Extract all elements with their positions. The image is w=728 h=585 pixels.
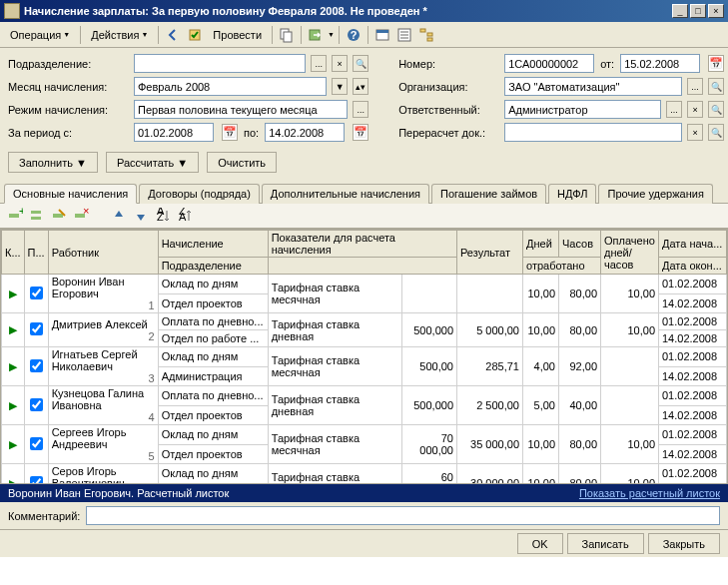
list-icon[interactable] [394,25,414,45]
col-p[interactable]: П... [24,231,48,275]
resp-input[interactable]: Администратор [504,100,661,119]
comment-input[interactable] [86,506,720,525]
org-ellipsis[interactable]: ... [687,78,703,95]
resp-clear[interactable]: × [687,101,703,118]
dialog-icon[interactable] [372,25,392,45]
tab-ndfl[interactable]: НДФЛ [548,184,596,204]
save-button[interactable]: Записать [567,533,644,554]
insert-row-icon[interactable] [28,207,46,225]
back-icon[interactable] [163,25,183,45]
cell-dept: Администрация [158,366,268,386]
maximize-button[interactable]: □ [690,4,706,18]
table-row[interactable]: ▶Кузнецова Галина Ивановна4Оплата по дне… [2,386,727,406]
table-row[interactable]: ▶Серов Игорь Валентинович6Оклад по днямТ… [2,464,727,484]
calendar-icon[interactable]: 📅 [222,124,238,141]
comment-label: Комментарий: [8,510,80,522]
recalc-clear[interactable]: × [687,124,703,141]
col-paid[interactable]: Оплачено дней/часов [601,231,659,275]
calendar-icon[interactable]: 📅 [353,124,368,141]
row-checkbox[interactable] [24,347,48,386]
recalc-search-icon[interactable]: 🔍 [708,124,724,141]
podrazd-clear[interactable]: × [332,55,348,72]
resp-search-icon[interactable]: 🔍 [708,101,724,118]
podrazd-search-icon[interactable]: 🔍 [353,55,368,72]
org-input[interactable]: ЗАО "Автоматизация" [504,77,682,96]
cell-date-end: 14.02.2008 [659,293,727,313]
month-input[interactable]: Февраль 2008 [134,77,327,96]
move-up-icon[interactable] [110,207,128,225]
calendar-icon[interactable]: 📅 [708,55,724,72]
table-row[interactable]: ▶Воронин Иван Егорович1Оклад по днямТари… [2,275,727,294]
row-checkbox[interactable] [24,313,48,347]
month-down[interactable]: ▼ [332,78,348,95]
col-date-end[interactable]: Дата окон... [659,258,727,275]
grid[interactable]: К... П... Работник Начисление Показатели… [0,229,728,484]
date-input[interactable]: 15.02.2008 [620,54,700,73]
number-input[interactable]: 1СА00000002 [504,54,594,73]
cell-accrual: Оклад по дням [158,347,268,367]
calc-button[interactable]: Рассчитать▼ [106,152,199,173]
table-row[interactable]: ▶Игнатьев Сергей Николаевич3Оклад по дня… [2,347,727,367]
month-spin[interactable]: ▴▾ [353,78,368,95]
table-row[interactable]: ▶Дмитриев Алексей2Оплата по дневно...Тар… [2,313,727,330]
go-icon[interactable] [306,25,326,45]
provesti-icon[interactable] [185,25,205,45]
footer-link[interactable]: Показать расчетный листок [579,487,720,499]
tab-other[interactable]: Прочие удержания [598,184,712,204]
sort-asc-icon[interactable]: AZ [154,207,172,225]
recalc-input[interactable] [504,123,682,142]
number-label: Номер: [398,58,498,70]
row-checkbox[interactable] [24,386,48,425]
tab-loans[interactable]: Погашение займов [431,184,546,204]
col-worker[interactable]: Работник [48,231,158,275]
col-days[interactable]: Дней [523,231,559,258]
col-hours[interactable]: Часов [559,231,601,258]
cell-paid: 10,00 [601,464,659,485]
operation-menu[interactable]: Операция▼ [4,27,76,43]
tab-additional[interactable]: Дополнительные начисления [262,184,429,204]
clear-button[interactable]: Очистить [207,152,277,173]
col-worked[interactable]: отработано [523,258,601,275]
row-checkbox[interactable] [24,425,48,464]
actions-menu[interactable]: Действия▼ [85,27,154,43]
row-checkbox[interactable] [24,464,48,485]
cell-indicator: Тарифная ставка дневная [268,386,402,425]
fill-button[interactable]: Заполнить▼ [8,152,98,173]
cell-paid: 10,00 [601,425,659,464]
regime-ellipsis[interactable]: ... [353,101,368,118]
period-to-input[interactable]: 14.02.2008 [265,123,345,142]
sort-desc-icon[interactable]: ZA [176,207,194,225]
copy-icon[interactable] [277,25,297,45]
period-from-input[interactable]: 01.02.2008 [134,123,214,142]
podrazd-input[interactable] [134,54,306,73]
col-date-start[interactable]: Дата нача... [659,231,727,258]
delete-row-icon[interactable]: × [72,207,90,225]
minimize-button[interactable]: _ [672,4,688,18]
move-down-icon[interactable] [132,207,150,225]
org-search-icon[interactable]: 🔍 [708,78,724,95]
resp-ellipsis[interactable]: ... [666,101,682,118]
tab-main-accruals[interactable]: Основные начисления [4,184,137,204]
cell-indicator-value: 500,000 [402,313,457,347]
tab-contracts[interactable]: Договоры (подряда) [139,184,260,204]
col-accrual[interactable]: Начисление [158,231,268,258]
col-indicators[interactable]: Показатели для расчета начисления [268,231,456,258]
col-result[interactable]: Результат [457,231,523,275]
edit-row-icon[interactable] [50,207,68,225]
help-icon[interactable]: ? [344,25,364,45]
regime-input[interactable]: Первая половина текущего месяца [134,100,348,119]
ok-button[interactable]: OK [517,533,563,554]
col-k[interactable]: К... [2,231,25,275]
svg-text:?: ? [351,29,358,41]
add-row-icon[interactable]: + [6,207,24,225]
close-button[interactable]: Закрыть [648,533,720,554]
cell-indicator: Тарифная ставка месячная [268,347,402,386]
podrazd-ellipsis[interactable]: ... [311,55,327,72]
col-dept[interactable]: Подразделение [158,258,268,275]
row-checkbox[interactable] [24,275,48,313]
table-row[interactable]: ▶Сергеев Игорь Андреевич5Оклад по днямТа… [2,425,727,445]
tree-icon[interactable] [416,25,436,45]
close-button[interactable]: × [708,4,724,18]
cell-result: 35 000,00 [457,425,523,464]
provesti-button[interactable]: Провести [207,27,268,43]
